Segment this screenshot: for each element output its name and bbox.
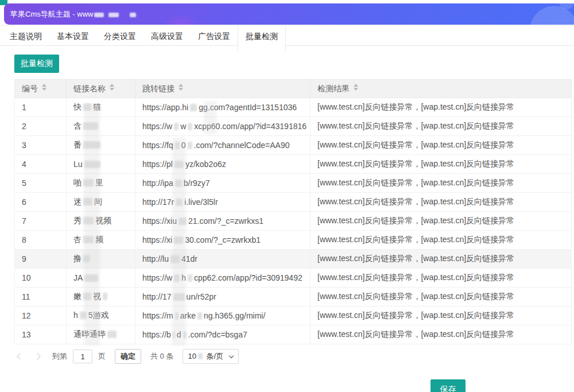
tab-batch-check[interactable]: 批量检测 xyxy=(238,26,286,51)
text-segment: 快 xyxy=(73,102,82,111)
page-title: 苹果Cms导航主题 - www xyxy=(4,3,574,25)
cell-check-result: [www.test.cn]反向链接异常，[wap.test.cn]反向链接异常 xyxy=(311,117,572,136)
tab-advanced-settings[interactable]: 高级设置 xyxy=(144,26,191,46)
page-size-select[interactable]: 10 条/页 xyxy=(183,349,239,364)
table-row: 11嫩视http://17un/r52pr[www.test.cn]反向链接异常… xyxy=(15,288,572,306)
cell-link-name: 通哔通哔 xyxy=(67,325,135,344)
cell-check-result: [www.test.cn]反向链接异常，[wap.test.cn]反向链接异常 xyxy=(311,174,572,193)
text-segment: .com/?dc=bsga7 xyxy=(188,330,247,339)
sort-icon[interactable] xyxy=(354,84,358,91)
cell-id: 8 xyxy=(15,231,67,250)
cell-jump-url: http://17ri.live/3l5lr xyxy=(135,193,311,212)
column-header-id[interactable]: 编号 xyxy=(15,80,67,98)
column-header-name[interactable]: 链接名称 xyxy=(67,80,135,98)
text-segment: w xyxy=(180,122,186,131)
cell-jump-url: https://bd.com/?dc=bsga7 xyxy=(135,325,311,344)
table-row: 4Luhttps://plyz/kob2o6z[www.test.cn]反向链接… xyxy=(15,155,572,174)
censor-block xyxy=(83,217,94,224)
cell-id: 5 xyxy=(15,174,67,193)
censor-block xyxy=(84,274,98,282)
sort-icon[interactable] xyxy=(110,84,114,91)
next-page-icon[interactable] xyxy=(34,353,40,359)
cell-check-result: [www.test.cn]反向链接异常，[wap.test.cn]反向链接异常 xyxy=(311,306,572,325)
prev-page-icon[interactable] xyxy=(17,353,23,359)
text-segment: ng.h365.gg/mimi/ xyxy=(204,311,265,320)
column-header-url[interactable]: 跳转链接 xyxy=(135,80,311,98)
censor-block xyxy=(188,274,192,282)
sort-icon[interactable] xyxy=(179,84,183,91)
column-label: 链接名称 xyxy=(73,84,106,93)
text-segment: .com/?channelCode=AA90 xyxy=(194,141,290,150)
cell-check-result: [www.test.cn]反向链接异常，[wap.test.cn]反向链接异常 xyxy=(311,98,572,117)
cell-jump-url: http://ipab/r9zy7 xyxy=(135,174,311,193)
text-segment: 秀 xyxy=(73,216,82,225)
cell-link-name: 番 xyxy=(67,136,135,155)
cell-jump-url: https://app.higg.com?agentId=13151036 xyxy=(135,98,311,117)
goto-page-label: 到第 xyxy=(52,351,67,362)
text-segment: http://17 xyxy=(142,292,172,301)
cell-link-name: JA xyxy=(67,269,135,288)
censor-block xyxy=(83,103,91,111)
censor-block xyxy=(173,293,185,301)
tab-basic-settings[interactable]: 基本设置 xyxy=(49,26,96,46)
censor-block xyxy=(175,312,179,320)
text-segment: 里 xyxy=(95,178,103,187)
tab-ad-settings[interactable]: 广告设置 xyxy=(191,26,238,46)
censor-block xyxy=(174,236,183,244)
censor-block xyxy=(83,141,100,149)
cell-check-result: [www.test.cn]反向链接异常，[wap.test.cn]反向链接异常 xyxy=(311,193,572,212)
table-row: 5啪里http://ipab/r9zy7[www.test.cn]反向链接异常，… xyxy=(15,174,572,193)
cell-jump-url: https://fq0.com/?channelCode=AA90 xyxy=(135,136,311,155)
censor-block xyxy=(83,236,94,243)
text-segment: 条/页 xyxy=(204,352,223,360)
tab-category-settings[interactable]: 分类设置 xyxy=(96,26,144,46)
text-segment: un/r52pr xyxy=(187,292,216,301)
cell-id: 12 xyxy=(15,306,67,325)
cell-link-name: 迷间 xyxy=(67,193,135,212)
text-segment: 杏 xyxy=(73,235,82,244)
text-segment: https://xiu xyxy=(142,216,177,226)
text-segment: 10 xyxy=(188,352,196,360)
tab-theme-info[interactable]: 主题说明 xyxy=(2,26,49,46)
chevron-down-icon xyxy=(229,354,234,358)
page-number-input[interactable] xyxy=(73,350,92,363)
table-row: 1快猫https://app.higg.com?agentId=13151036… xyxy=(15,98,572,117)
censor-block xyxy=(198,353,203,359)
batch-check-button[interactable]: 批量检测 xyxy=(14,55,59,73)
cell-check-result: [www.test.cn]反向链接异常，[wap.test.cn]反向链接异常 xyxy=(311,269,572,288)
cell-id: 9 xyxy=(15,250,67,269)
cell-link-name: 撸 xyxy=(67,250,135,269)
censor-block xyxy=(83,198,92,205)
cell-id: 11 xyxy=(15,288,67,306)
text-segment: https://app.hi xyxy=(142,103,188,112)
text-segment: h xyxy=(73,311,78,320)
censor-block xyxy=(174,123,179,130)
cell-link-name: 快猫 xyxy=(67,98,135,117)
cell-id: 2 xyxy=(15,117,67,136)
censor-block xyxy=(83,293,91,300)
cell-jump-url: https://whcpp62.com/app/?id=30919492 xyxy=(135,269,311,288)
column-header-result[interactable]: 检测结果 xyxy=(311,80,572,98)
text-segment: JA xyxy=(73,273,83,282)
text-segment: 通哔通哔 xyxy=(73,329,106,339)
page-title-text: 苹果Cms导航主题 - www xyxy=(10,10,93,18)
text-segment: https://xi xyxy=(142,235,172,244)
sort-icon[interactable] xyxy=(42,84,46,91)
censor-block xyxy=(174,274,180,282)
confirm-button[interactable]: 确定 xyxy=(115,349,141,364)
cell-link-name: 杏频 xyxy=(67,231,135,250)
censor-block xyxy=(173,331,175,339)
text-segment: Lu xyxy=(73,160,83,169)
save-button[interactable]: 保存 xyxy=(430,379,466,392)
cell-link-name: Lu xyxy=(67,155,135,174)
cell-link-name: 秀视频 xyxy=(67,212,135,231)
text-segment: 0 xyxy=(181,141,186,150)
text-segment: 撸 xyxy=(73,254,82,263)
text-segment: arke xyxy=(180,311,196,320)
cell-link-name: h5游戏 xyxy=(67,306,135,325)
censor-block xyxy=(80,312,87,319)
column-label: 跳转链接 xyxy=(142,84,174,93)
censor-block xyxy=(84,161,100,168)
table-row: 10JAhttps://whcpp62.com/app/?id=30919492… xyxy=(15,269,572,288)
text-segment: 间 xyxy=(94,197,102,206)
